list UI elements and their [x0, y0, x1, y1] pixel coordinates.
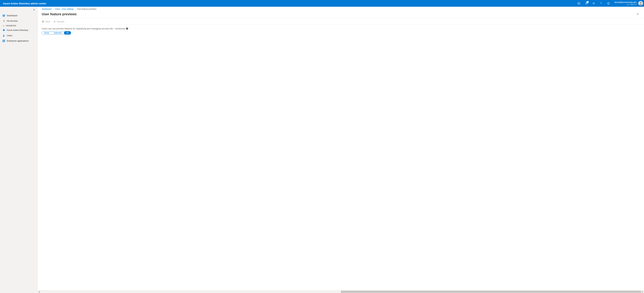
sidebar-item-label: Dashboard — [7, 14, 18, 17]
user-icon — [2, 34, 5, 37]
dashboard-icon — [2, 14, 5, 17]
scroll-right-arrow-icon[interactable]: ► — [641, 290, 644, 293]
svg-rect-14 — [4, 41, 5, 41]
setting-label-row: Users can use preview features for regis… — [42, 27, 640, 30]
svg-rect-4 — [3, 15, 4, 16]
avatar — [638, 1, 643, 6]
chevron-right-icon: › — [75, 8, 76, 10]
sidebar-favorites-label: FAVORITES — [6, 25, 16, 27]
sidebar-collapse-button[interactable] — [0, 7, 38, 13]
apps-grid-icon — [2, 40, 5, 42]
top-header-right: 1 lionel@lionelchetty.dev LC CHETTY — [575, 0, 644, 7]
breadcrumb-link-dashboard[interactable]: Dashboard — [42, 8, 52, 10]
feedback-smiley-icon[interactable] — [605, 0, 612, 7]
account-text: lionel@lionelchetty.dev LC CHETTY — [614, 1, 638, 6]
info-icon[interactable]: i — [126, 28, 128, 30]
discard-button[interactable]: Discard — [53, 20, 64, 23]
blade-body: Users can use preview features for regis… — [38, 25, 644, 37]
segmented-control: None Selected All — [42, 31, 71, 35]
svg-point-8 — [3, 35, 4, 36]
sidebar-item-label: Users — [7, 34, 12, 37]
svg-rect-10 — [3, 40, 4, 40]
sidebar-item-aad[interactable]: Azure Active Directory — [0, 27, 38, 33]
horizontal-scrollbar[interactable]: ◄ ► — [38, 290, 644, 293]
sidebar-item-label: All services — [7, 20, 18, 22]
sidebar-item-label: Azure Active Directory — [7, 29, 28, 31]
sidebar-item-enterprise-apps[interactable]: Enterprise applications — [0, 38, 38, 44]
svg-rect-17 — [4, 41, 5, 42]
breadcrumb-current: User feature previews — [77, 8, 96, 10]
svg-rect-12 — [2, 41, 3, 41]
save-button[interactable]: Save — [42, 20, 50, 23]
save-label: Save — [45, 20, 50, 23]
notifications-icon[interactable]: 1 — [582, 0, 590, 7]
sidebar-favorites-header: ★ FAVORITES — [0, 24, 38, 27]
chevron-right-icon: › — [53, 8, 54, 10]
blade-close-button[interactable] — [635, 12, 640, 17]
notification-badge: 1 — [586, 1, 589, 3]
discard-x-icon — [53, 20, 56, 23]
breadcrumb-link-users[interactable]: Users - User settings — [55, 8, 74, 10]
sidebar-item-label: Enterprise applications — [7, 40, 29, 42]
svg-rect-13 — [3, 41, 4, 41]
top-header: Azure Active Directory admin center 1 li… — [0, 0, 644, 7]
svg-rect-16 — [3, 41, 4, 42]
svg-rect-6 — [4, 15, 4, 16]
cloud-shell-icon[interactable] — [575, 0, 582, 7]
discard-label: Discard — [57, 20, 64, 23]
scroll-thumb[interactable] — [341, 291, 641, 293]
aad-diamond-icon — [2, 29, 5, 31]
blade-title: User feature previews — [42, 12, 77, 16]
svg-rect-15 — [2, 41, 3, 42]
account-menu[interactable]: lionel@lionelchetty.dev LC CHETTY — [612, 0, 644, 7]
account-org: LC CHETTY — [614, 4, 636, 6]
help-icon[interactable] — [598, 0, 605, 7]
svg-rect-7 — [3, 16, 4, 16]
star-icon: ★ — [2, 25, 5, 27]
close-icon — [636, 13, 639, 15]
settings-gear-icon[interactable] — [590, 0, 598, 7]
main-content: Dashboard › Users - User settings › User… — [38, 7, 644, 293]
blade-header: User feature previews — [38, 11, 644, 19]
setting-label-text: Users can use preview features for regis… — [42, 27, 125, 30]
scroll-track[interactable] — [40, 290, 641, 293]
svg-rect-5 — [4, 15, 4, 15]
segment-none[interactable]: None — [42, 31, 52, 34]
svg-rect-0 — [578, 3, 580, 4]
segment-selected[interactable]: Selected — [52, 31, 64, 34]
sidebar-item-dashboard[interactable]: Dashboard — [0, 13, 38, 18]
command-bar: Save Discard — [38, 19, 644, 25]
svg-rect-11 — [4, 40, 5, 40]
app-title: Azure Active Directory admin center — [3, 2, 46, 5]
account-email: lionel@lionelchetty.dev — [614, 1, 636, 4]
list-icon — [2, 20, 5, 22]
segment-all[interactable]: All — [64, 31, 71, 34]
breadcrumb: Dashboard › Users - User settings › User… — [38, 7, 644, 11]
chevron-double-left-icon — [33, 9, 35, 11]
sidebar: Dashboard All services ★ FAVORITES Azure… — [0, 7, 38, 293]
svg-rect-9 — [2, 40, 3, 40]
svg-point-2 — [608, 2, 610, 4]
save-icon — [42, 20, 44, 23]
sidebar-item-users[interactable]: Users — [0, 33, 38, 38]
sidebar-item-all-services[interactable]: All services — [0, 18, 38, 24]
svg-point-1 — [593, 3, 594, 4]
scroll-left-arrow-icon[interactable]: ◄ — [38, 290, 40, 293]
